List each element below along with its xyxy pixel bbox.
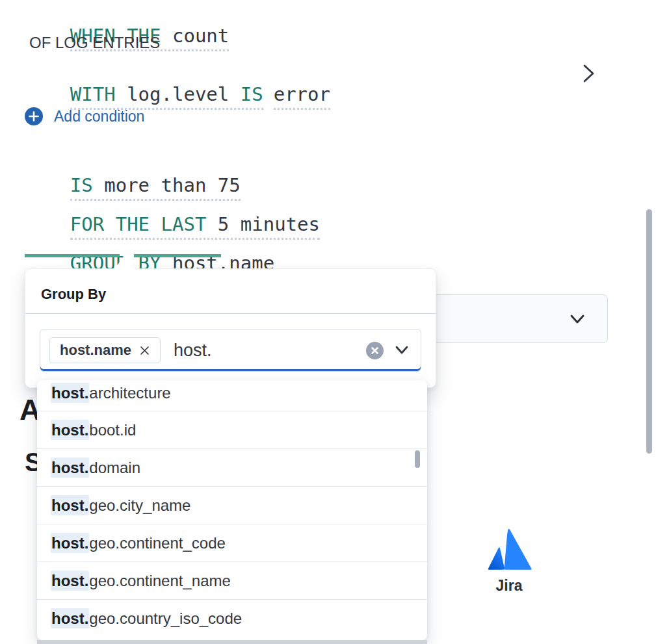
- suggestion-label: domain: [89, 459, 140, 476]
- plus-circle-icon: [25, 107, 43, 125]
- selected-field-pill[interactable]: host.name: [49, 337, 161, 363]
- group-by-active-underline-left: [25, 254, 120, 257]
- jira-connector-card[interactable]: Jira: [467, 528, 551, 595]
- condition-field: log.level: [127, 83, 229, 105]
- match-prefix: host.: [51, 420, 89, 440]
- field-suggestions-dropdown: host.architecture host.boot.id host.doma…: [37, 380, 427, 640]
- count-value: count: [161, 25, 230, 47]
- match-prefix: host.: [51, 608, 89, 628]
- field-search-input[interactable]: host.: [174, 341, 366, 361]
- condition-value: error: [274, 83, 330, 110]
- suggestion-host-architecture[interactable]: host.architecture: [37, 380, 427, 411]
- selected-field-pill-label: host.name: [60, 342, 131, 359]
- chevron-down-icon: [568, 312, 586, 326]
- suggestion-label: geo.continent_name: [89, 572, 231, 589]
- suggestion-host-geo-continent-code[interactable]: host.geo.continent_code: [37, 524, 427, 561]
- jira-logo-icon: [486, 528, 532, 572]
- suggestion-label: architecture: [89, 384, 170, 402]
- match-prefix: host.: [51, 383, 89, 403]
- suggestion-host-domain[interactable]: host.domain: [37, 448, 427, 486]
- jira-connector-label: Jira: [467, 577, 551, 595]
- group-by-popover: Group By host.name host.: [25, 268, 436, 388]
- suggestion-label: boot.id: [89, 421, 136, 439]
- remove-pill-icon[interactable]: [139, 345, 150, 356]
- suggestion-host-boot-id[interactable]: host.boot.id: [37, 411, 427, 448]
- keyword-is: IS: [229, 83, 263, 105]
- suggestion-label: geo.country_iso_code: [89, 610, 242, 627]
- of-log-entries-label: OF LOG ENTRIES: [29, 32, 160, 53]
- popover-title: Group By: [25, 269, 436, 314]
- partially-visible-suggestion-row: [37, 640, 427, 644]
- match-prefix: host.: [51, 533, 89, 553]
- suggestion-host-geo-country-iso-code[interactable]: host.geo.country_iso_code: [37, 599, 427, 637]
- dropdown-scrollbar-thumb[interactable]: [415, 450, 420, 468]
- suggestion-host-geo-city-name[interactable]: host.geo.city_name: [37, 486, 427, 524]
- match-prefix: host.: [51, 495, 89, 515]
- keyword-with: WITH: [70, 83, 127, 105]
- suggestion-host-geo-continent-name[interactable]: host.geo.continent_name: [37, 561, 427, 599]
- match-prefix: host.: [51, 571, 89, 591]
- add-condition-label: Add condition: [54, 107, 144, 126]
- group-by-active-underline-right: [134, 254, 221, 257]
- expand-row-chevron-icon[interactable]: [580, 62, 597, 84]
- clear-selection-button[interactable]: [366, 342, 384, 359]
- suggestion-label: geo.city_name: [89, 496, 190, 514]
- add-condition-button[interactable]: Add condition: [25, 107, 144, 126]
- page-scrollbar-thumb[interactable]: [646, 209, 652, 454]
- clear-x-icon: [371, 346, 379, 355]
- suggestion-label: geo.continent_code: [89, 534, 226, 552]
- match-prefix: host.: [51, 457, 89, 478]
- group-by-combobox[interactable]: host.name host.: [40, 329, 421, 372]
- popover-arrow: [114, 255, 135, 269]
- alert-rule-builder-screen: WHEN THE count OF LOG ENTRIES WITH log.l…: [0, 0, 656, 644]
- combobox-caret-icon[interactable]: [393, 344, 410, 357]
